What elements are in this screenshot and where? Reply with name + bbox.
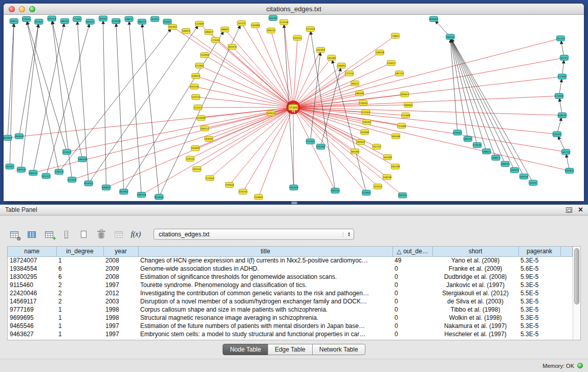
table-cell: 5.3E-5 — [518, 305, 560, 314]
network-desktop: citations_edges.txt 17240998712736458135… — [0, 0, 588, 205]
graph-node-label: 122600 — [195, 23, 204, 25]
table-cell-filler — [560, 330, 573, 338]
graph-node-label: 812634 — [155, 196, 163, 199]
graph-node-label: 183924 — [565, 169, 574, 172]
minimize-window-button[interactable] — [19, 6, 25, 12]
delete-icon[interactable] — [94, 228, 108, 241]
float-panel-icon[interactable] — [566, 207, 572, 213]
graph-node-label: 192450 — [519, 176, 528, 178]
tab-network-table[interactable]: Network Table — [312, 344, 365, 355]
import-table-icon[interactable] — [112, 228, 125, 241]
graph-node-label: 165597 — [269, 17, 277, 19]
table-settings-icon[interactable] — [7, 228, 21, 241]
table-row[interactable]: 911546021997Tourette syndrome. Phenomeno… — [8, 281, 573, 289]
table-cell: 1997 — [103, 281, 138, 289]
table-cell: Structural magnetic resonance image aver… — [138, 314, 393, 322]
table-cell: 2009 — [103, 265, 138, 273]
table-row[interactable]: 946554611997Estimation of the future num… — [8, 322, 573, 330]
scrollbar-thumb[interactable] — [574, 248, 579, 304]
graph-node-label: 141935 — [558, 75, 566, 78]
graph-node-label: 187751 — [395, 72, 403, 75]
graph-node-label: 196329 — [78, 158, 86, 161]
table-cell: 6 — [56, 273, 103, 281]
toggle-columns-icon[interactable] — [25, 228, 38, 241]
table-cell: 14569117 — [8, 297, 56, 305]
table-cell: Yano et al. (2008) — [432, 256, 518, 265]
function-icon[interactable]: f(x) — [129, 228, 143, 241]
graph-node-label: 85072 — [352, 82, 359, 85]
table-cell-filler — [560, 281, 573, 289]
graph-node-label: 195582 — [328, 57, 336, 59]
graph-node-label: 262665 — [4, 137, 12, 139]
table-cell: 1997 — [103, 330, 138, 338]
panel-resize-handle[interactable] — [291, 202, 297, 204]
network-graph[interactable]: 1724099871273645813521947108652077103902… — [4, 15, 584, 201]
column-header[interactable]: pagerank — [518, 247, 560, 256]
zoom-window-button[interactable] — [29, 6, 35, 12]
column-header[interactable]: △ out_de… — [393, 247, 432, 256]
new-file-icon[interactable] — [77, 228, 91, 241]
graph-node-label: 161263 — [317, 49, 325, 51]
graph-node-label: 175344 — [206, 177, 214, 180]
table-panel-body: f(x) citations_edges.txt ▲ ▼ namein_degr… — [0, 227, 588, 355]
table-row[interactable]: 969969511998Structural magnetic resonanc… — [8, 314, 573, 322]
table-cell: 9699695 — [8, 314, 56, 322]
table-row[interactable]: 1938455462009Genome-wide association stu… — [8, 265, 573, 273]
graph-node-label: 123142 — [186, 158, 194, 160]
table-cell: 6 — [56, 265, 103, 273]
close-window-button[interactable] — [9, 6, 15, 12]
table-row[interactable]: 1872400712008Changes of HCN gene express… — [8, 256, 573, 265]
table-row[interactable]: 1830029562008Estimation of significance … — [8, 273, 573, 281]
close-panel-icon[interactable]: × — [578, 206, 583, 213]
graph-node-label: 116044 — [359, 101, 367, 104]
table-cell: 2 — [56, 297, 103, 305]
table-cell-filler — [560, 314, 573, 322]
graph-node-label: 260650 — [15, 135, 23, 138]
table-selector-dropdown[interactable]: citations_edges.txt ▲ ▼ — [154, 229, 354, 240]
graph-node-label: 190631 — [337, 64, 345, 67]
graph-node-label: 99871 — [10, 20, 17, 23]
table-row[interactable]: 1456911722003Disruption of a novel membe… — [8, 297, 573, 305]
window-titlebar[interactable]: citations_edges.txt — [4, 4, 584, 15]
column-header[interactable]: title — [138, 247, 393, 256]
edit-table-icon[interactable] — [42, 228, 56, 241]
graph-node-label: 92274 — [561, 57, 568, 59]
tab-edge-table[interactable]: Edge Table — [268, 344, 313, 355]
table-cell: 18300295 — [8, 273, 56, 281]
vertical-scrollbar[interactable] — [573, 247, 580, 340]
table-row[interactable]: 2242004622012Investigating the contribut… — [8, 289, 573, 297]
table-row[interactable]: 946362711997Embryonic stem cells: a mode… — [8, 330, 573, 338]
tab-node-table[interactable]: Node Table — [223, 344, 268, 355]
table-cell: 18724007 — [8, 256, 56, 265]
graph-node-label: 183022 — [267, 112, 275, 115]
table-row[interactable]: 977716911998Corpus callosum shape and si… — [8, 305, 573, 314]
table-cell: Dudbridge et al. (2008) — [432, 273, 518, 281]
window-title: citations_edges.txt — [266, 5, 321, 13]
graph-node-label: 92450 — [530, 182, 537, 184]
table-cell: 22420046 — [8, 289, 56, 297]
status-bar: Memory: OK — [0, 359, 588, 372]
table-cell: 0 — [393, 289, 432, 297]
table-selector-value: citations_edges.txt — [159, 231, 209, 238]
column-header[interactable]: year — [103, 247, 138, 256]
table-cell-filler — [560, 297, 573, 305]
row-height-icon[interactable] — [59, 228, 73, 241]
table-cell: 0 — [393, 281, 432, 289]
table-cell: Embryonic stem cells: a model to study s… — [138, 330, 393, 338]
graph-node-label: 124952 — [362, 191, 371, 194]
graph-node-label: 74805 — [392, 35, 399, 37]
graph-node-label: 679197 — [453, 132, 462, 134]
graph-node-label: 190021 — [182, 30, 190, 32]
table-cell: 1 — [56, 314, 103, 322]
graph-node-label: 186446 — [355, 92, 363, 95]
table-cell: 9463627 — [8, 330, 56, 338]
window-controls — [9, 6, 35, 12]
column-header[interactable]: short — [432, 247, 518, 256]
table-cell: 1 — [56, 256, 103, 265]
column-header[interactable]: name — [8, 247, 56, 256]
column-header[interactable]: in_degree — [56, 247, 103, 256]
graph-node-label: 197833 — [191, 147, 200, 149]
graph-node-label: 189965 — [404, 104, 412, 106]
network-canvas[interactable]: 1724099871273645813521947108652077103902… — [4, 15, 584, 201]
graph-node-label: 77103 — [74, 18, 81, 20]
